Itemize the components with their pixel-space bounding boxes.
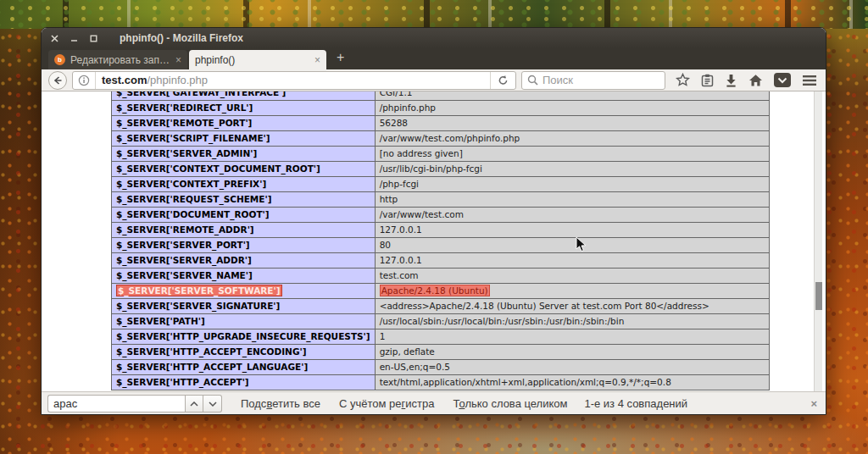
url-text[interactable]: test.com/phpinfo.php bbox=[96, 74, 490, 86]
server-key-cell: $_SERVER['HTTP_ACCEPT_LANGUAGE'] bbox=[112, 360, 376, 375]
bookmarks-menu-button[interactable] bbox=[701, 74, 714, 87]
vertical-scrollbar[interactable] bbox=[814, 91, 822, 391]
url-bar[interactable]: test.com/phpinfo.php bbox=[72, 71, 516, 90]
label-part: лько слова целиком bbox=[465, 397, 567, 410]
back-arrow-icon bbox=[52, 75, 64, 86]
table-row: $_SERVER['CONTEXT_DOCUMENT_ROOT']/usr/li… bbox=[112, 162, 770, 177]
server-value-cell: /usr/local/sbin:/usr/local/bin:/usr/sbin… bbox=[375, 314, 769, 329]
server-value-cell: 1 bbox=[375, 329, 769, 345]
server-key-cell: $_SERVER['HTTP_UPGRADE_INSECURE_REQUESTS… bbox=[112, 329, 376, 345]
table-row: $_SERVER['HTTP_ACCEPT_LANGUAGE']en-US,en… bbox=[112, 360, 770, 375]
table-row: $_SERVER['REMOTE_ADDR']127.0.0.1 bbox=[112, 223, 770, 238]
server-value-cell: 127.0.0.1 bbox=[375, 223, 769, 238]
find-match-status: 1-е из 4 совпадений bbox=[584, 397, 687, 410]
table-row: $_SERVER['SERVER_ADDR']127.0.0.1 bbox=[112, 253, 770, 269]
server-value-cell: /var/www/test.com/phpinfo.php bbox=[375, 131, 769, 147]
home-icon bbox=[748, 74, 763, 87]
label-part: истра bbox=[405, 397, 434, 410]
server-value-cell: /php-fcgi bbox=[375, 177, 769, 192]
site-favicon: b bbox=[54, 54, 65, 65]
table-row: $_SERVER['CONTEXT_PREFIX']/php-fcgi bbox=[112, 177, 770, 192]
table-row: $_SERVER['SCRIPT_FILENAME']/var/www/test… bbox=[112, 131, 770, 147]
download-arrow-icon bbox=[725, 74, 737, 87]
label-part: етить все bbox=[272, 397, 320, 410]
toolbar-icons bbox=[676, 73, 817, 87]
tab-close-icon[interactable]: × bbox=[314, 55, 320, 65]
firefox-window: phpinfo() - Mozilla Firefox b Редактиров… bbox=[41, 27, 826, 415]
search-input[interactable] bbox=[542, 74, 644, 86]
star-icon bbox=[676, 73, 690, 87]
table-row: $_SERVER['HTTP_UPGRADE_INSECURE_REQUESTS… bbox=[112, 329, 770, 345]
server-key-cell: $_SERVER['SERVER_NAME'] bbox=[112, 269, 376, 284]
window-titlebar: phpinfo() - Mozilla Firefox bbox=[42, 28, 826, 48]
server-key-cell: $_SERVER['CONTEXT_DOCUMENT_ROOT'] bbox=[112, 162, 376, 177]
page-info-icon[interactable] bbox=[73, 72, 96, 89]
clipboard-icon bbox=[701, 74, 714, 87]
tab-label: phpinfo() bbox=[195, 54, 309, 66]
server-value-cell: CGI/1.1 bbox=[375, 91, 769, 101]
bookmark-star-button[interactable] bbox=[676, 73, 690, 87]
pocket-button[interactable] bbox=[774, 73, 791, 87]
match-case-button[interactable]: С учётом регистра bbox=[339, 397, 435, 410]
server-value-cell: http bbox=[375, 192, 769, 208]
server-key-cell: $_SERVER['SERVER_ADMIN'] bbox=[112, 147, 376, 162]
server-value-cell: text/html,application/xhtml+xml,applicat… bbox=[375, 375, 769, 390]
server-value-cell: 127.0.0.1 bbox=[375, 253, 769, 269]
table-row: $_SERVER['SERVER_SOFTWARE']Apache/2.4.18… bbox=[112, 284, 770, 299]
home-button[interactable] bbox=[748, 74, 763, 87]
new-tab-button[interactable]: + bbox=[326, 51, 354, 67]
tab-label: Редактировать зап… bbox=[70, 54, 170, 66]
label-part: Подс bbox=[241, 397, 266, 410]
window-close-icon[interactable] bbox=[48, 32, 60, 44]
server-value-cell: 56288 bbox=[375, 116, 769, 131]
find-previous-button[interactable] bbox=[185, 395, 203, 412]
navigation-toolbar: test.com/phpinfo.php bbox=[42, 69, 826, 91]
desktop-wallpaper: phpinfo() - Mozilla Firefox b Редактиров… bbox=[0, 0, 868, 454]
back-button[interactable] bbox=[48, 71, 67, 90]
server-value-cell: [no address given] bbox=[375, 147, 769, 162]
server-key-cell: $_SERVER['HTTP_ACCEPT'] bbox=[112, 375, 376, 390]
downloads-button[interactable] bbox=[725, 74, 737, 87]
phpinfo-server-table: $_SERVER['GATEWAY_INTERFACE']CGI/1.1$_SE… bbox=[111, 91, 770, 390]
table-row: $_SERVER['SERVER_PORT']80 bbox=[112, 238, 770, 253]
window-maximize-icon[interactable] bbox=[87, 32, 99, 44]
table-row: $_SERVER['HTTP_ACCEPT_ENCODING']gzip, de… bbox=[112, 345, 770, 360]
search-icon bbox=[527, 75, 538, 86]
chevron-up-icon bbox=[190, 401, 198, 407]
server-key-cell: $_SERVER['DOCUMENT_ROOT'] bbox=[112, 208, 376, 223]
server-key-cell: $_SERVER['GATEWAY_INTERFACE'] bbox=[112, 91, 376, 101]
find-input[interactable] bbox=[47, 395, 185, 412]
table-row: $_SERVER['SERVER_NAME']test.com bbox=[112, 269, 770, 284]
server-key-cell: $_SERVER['CONTEXT_PREFIX'] bbox=[112, 177, 376, 192]
table-row: $_SERVER['HTTP_ACCEPT']text/html,applica… bbox=[112, 375, 770, 390]
server-key-cell: $_SERVER['SERVER_PORT'] bbox=[112, 238, 376, 253]
server-value-cell: /usr/lib/cgi-bin/php-fcgi bbox=[375, 162, 769, 177]
tab-edit-post[interactable]: b Редактировать зап… × bbox=[48, 50, 187, 69]
window-title: phpinfo() - Mozilla Firefox bbox=[120, 32, 243, 44]
server-value-cell: test.com bbox=[375, 269, 769, 284]
server-value-cell: 80 bbox=[375, 238, 769, 253]
highlight-all-button[interactable]: Подсветить все bbox=[241, 397, 320, 410]
findbar-close-icon[interactable]: × bbox=[810, 397, 817, 410]
menu-button[interactable] bbox=[802, 75, 817, 86]
scrollbar-thumb[interactable] bbox=[815, 282, 822, 310]
url-host: test.com bbox=[102, 74, 147, 86]
table-row: $_SERVER['REDIRECT_URL']/phpinfo.php bbox=[112, 101, 770, 116]
find-next-button[interactable] bbox=[203, 395, 222, 412]
search-bar[interactable] bbox=[521, 71, 665, 90]
server-key-cell: $_SERVER['SERVER_SIGNATURE'] bbox=[112, 299, 376, 314]
table-row: $_SERVER['SERVER_SIGNATURE']<address>Apa… bbox=[112, 299, 770, 314]
tab-close-icon[interactable]: × bbox=[175, 55, 181, 65]
table-row: $_SERVER['SERVER_ADMIN'][no address give… bbox=[112, 147, 770, 162]
server-key-cell: $_SERVER['SERVER_SOFTWARE'] bbox=[112, 284, 376, 299]
pocket-chevron-icon bbox=[777, 77, 787, 84]
window-minimize-icon[interactable] bbox=[68, 32, 80, 44]
reload-button[interactable] bbox=[490, 72, 515, 89]
server-value-cell: gzip, deflate bbox=[375, 345, 769, 360]
server-key-cell: $_SERVER['SCRIPT_FILENAME'] bbox=[112, 131, 376, 147]
whole-words-button[interactable]: Только слова целиком bbox=[453, 397, 567, 410]
server-value-cell: /var/www/test.com bbox=[375, 208, 769, 223]
table-row: $_SERVER['PATH']/usr/local/sbin:/usr/loc… bbox=[112, 314, 770, 329]
find-highlight-match: Apache/2.4.18 (Ubuntu) bbox=[380, 285, 490, 296]
tab-phpinfo[interactable]: phpinfo() × bbox=[189, 50, 326, 69]
